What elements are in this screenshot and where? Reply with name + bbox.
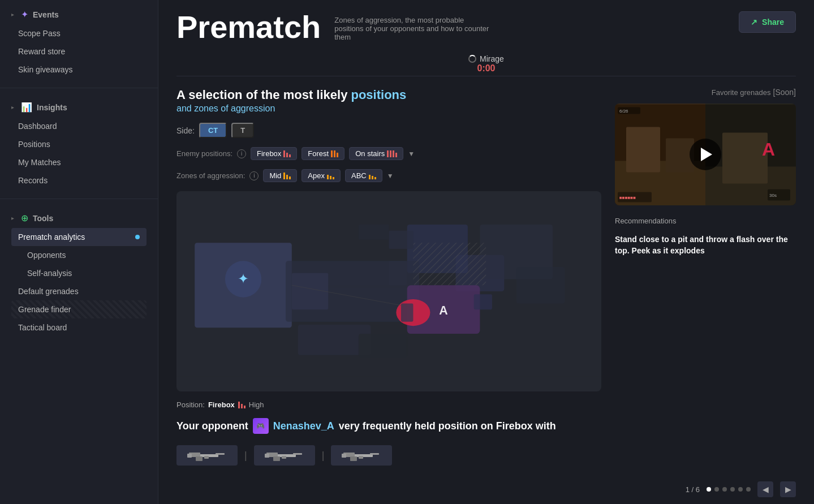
svg-rect-9 xyxy=(516,267,565,303)
player-name: Nenashev_A xyxy=(273,420,334,432)
sidebar-item-scope-pass[interactable]: Scope Pass xyxy=(11,24,147,42)
prev-page-button[interactable]: ◀ xyxy=(757,481,773,497)
page-dot-2[interactable] xyxy=(714,487,719,492)
sidebar: ▸ ✦ Events Scope Pass Reward store Skin … xyxy=(0,0,158,504)
next-page-button[interactable]: ▶ xyxy=(780,481,796,497)
page-dot-3[interactable] xyxy=(722,487,727,492)
zones-info-icon[interactable]: i xyxy=(249,171,259,180)
events-section: ▸ ✦ Events Scope Pass Reward store Skin … xyxy=(0,0,158,83)
sidebar-item-prematch-analytics[interactable]: Prematch analytics xyxy=(11,228,147,246)
zones-aggression-row: Zones of aggression: i Mid Apex xyxy=(176,169,601,182)
insights-icon: 📊 xyxy=(21,102,32,113)
page-dot-6[interactable] xyxy=(746,487,751,492)
zone-tag-abc[interactable]: ABC xyxy=(345,169,382,182)
side-ct-button[interactable]: CT xyxy=(199,123,227,138)
svg-rect-7 xyxy=(292,273,328,309)
svg-rect-38 xyxy=(350,456,357,461)
tools-header[interactable]: ▸ ⊕ Tools xyxy=(11,213,147,223)
page-dot-1[interactable] xyxy=(707,487,711,492)
svg-rect-16 xyxy=(474,294,492,309)
share-button[interactable]: ↗ Share xyxy=(739,11,796,33)
forest-bars xyxy=(331,150,338,157)
svg-rect-33 xyxy=(282,456,286,459)
weapon-divider-2: | xyxy=(322,450,325,462)
events-icon: ✦ xyxy=(21,9,28,20)
zones-dropdown-arrow[interactable]: ▼ xyxy=(387,172,394,180)
page-dot-4[interactable] xyxy=(730,487,735,492)
selection-subtitle: and zones of aggression xyxy=(176,104,601,114)
svg-text:A: A xyxy=(439,304,447,317)
page-dot-5[interactable] xyxy=(738,487,743,492)
content-left: A selection of the most likely positions… xyxy=(176,88,601,466)
sidebar-item-default-grenades[interactable]: Default grenades xyxy=(11,282,147,300)
position-tag-firebox[interactable]: Firebox xyxy=(251,147,297,160)
insights-section: ▸ 📊 Insights Dashboard Positions My Matc… xyxy=(0,93,158,194)
content-area: A selection of the most likely positions… xyxy=(158,76,814,477)
sidebar-item-grenade-finder[interactable]: Grenade finder xyxy=(11,300,147,318)
svg-rect-51 xyxy=(722,133,768,184)
weapon-2-icon xyxy=(262,449,307,462)
tools-arrow: ▸ xyxy=(11,215,14,221)
position-tag-stairs[interactable]: On stairs xyxy=(349,147,403,160)
map-name-row: Mirage xyxy=(468,54,504,63)
page-subtitle: Zones of aggression, the most probable p… xyxy=(334,16,493,41)
svg-rect-19 xyxy=(389,261,407,285)
sidebar-item-dashboard[interactable]: Dashboard xyxy=(11,117,147,135)
svg-rect-39 xyxy=(359,456,363,459)
pagination: 1 / 6 ◀ ▶ xyxy=(158,477,814,504)
sidebar-item-skin-giveaways[interactable]: Skin giveaways xyxy=(11,61,147,79)
events-header[interactable]: ▸ ✦ Events xyxy=(11,9,147,20)
zone-tag-apex[interactable]: Apex xyxy=(302,169,341,182)
sidebar-item-self-analysis[interactable]: Self-analysis xyxy=(11,264,147,282)
svg-rect-17 xyxy=(389,231,414,249)
sidebar-item-opponents[interactable]: Opponents xyxy=(11,246,147,264)
enemy-positions-info-icon[interactable]: i xyxy=(237,149,246,158)
tools-label: Tools xyxy=(33,214,53,223)
position-info: Position: Firebox High xyxy=(176,400,601,409)
sidebar-item-positions[interactable]: Positions xyxy=(11,135,147,153)
video-play-button[interactable] xyxy=(690,139,721,170)
weapon-3 xyxy=(331,445,392,466)
tools-section: ▸ ⊕ Tools Prematch analytics Opponents S… xyxy=(0,204,158,341)
svg-rect-26 xyxy=(196,456,203,461)
sidebar-item-tactical-board[interactable]: Tactical board xyxy=(11,318,147,337)
page-counter: 1 / 6 xyxy=(686,485,700,494)
weapon-1-icon xyxy=(184,449,230,462)
insights-arrow: ▸ xyxy=(11,104,14,110)
sidebar-item-records[interactable]: Records xyxy=(11,171,147,189)
svg-rect-31 xyxy=(293,453,302,455)
position-name: Firebox xyxy=(208,400,235,409)
svg-rect-27 xyxy=(204,456,209,459)
sidebar-item-my-matches[interactable]: My Matches xyxy=(11,153,147,171)
recommendations-label: Recommendations xyxy=(615,217,796,225)
video-thumbnail[interactable]: 6/26 ■■■■■■ A 30s xyxy=(615,104,796,205)
svg-text:6/26: 6/26 xyxy=(619,109,628,114)
content-right: Favorite grenades [Soon] 6/26 xyxy=(615,88,796,466)
sidebar-item-reward-store[interactable]: Reward store xyxy=(11,42,147,61)
divider-2 xyxy=(0,199,158,199)
selection-title: A selection of the most likely positions xyxy=(176,88,601,102)
map-svg: A ✦ xyxy=(176,191,601,391)
svg-rect-32 xyxy=(273,456,280,461)
divider-1 xyxy=(0,88,158,88)
events-arrow: ▸ xyxy=(11,11,14,18)
weapon-3-icon xyxy=(339,449,384,462)
side-t-button[interactable]: T xyxy=(231,123,254,138)
insights-header[interactable]: ▸ 📊 Insights xyxy=(11,102,147,113)
zone-tag-mid[interactable]: Mid xyxy=(263,169,297,182)
map-info: Mirage 0:00 xyxy=(158,52,814,76)
position-tag-forest[interactable]: Forest xyxy=(302,147,344,160)
recommendations-text: Stand close to a pit and throw a flash o… xyxy=(615,234,796,256)
svg-rect-43 xyxy=(626,127,660,173)
svg-rect-34 xyxy=(265,454,269,458)
mid-bars xyxy=(283,173,291,179)
opponent-text: Your opponent 🎮 Nenashev_A very frequent… xyxy=(176,418,601,434)
firebox-bars xyxy=(283,150,291,157)
enemy-positions-row: Enemy positions: i Firebox Forest On sta… xyxy=(176,147,601,160)
loading-spinner xyxy=(468,55,476,63)
side-selector: Side: CT T xyxy=(176,123,601,138)
apex-bars xyxy=(327,173,334,179)
positions-dropdown-arrow[interactable]: ▼ xyxy=(408,150,415,158)
svg-text:A: A xyxy=(762,139,775,160)
main-content: Prematch Zones of aggression, the most p… xyxy=(158,0,814,504)
